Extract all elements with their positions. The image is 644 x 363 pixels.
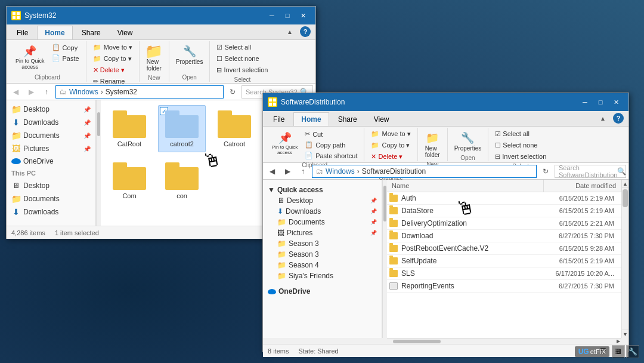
- nav-season3-a[interactable]: 📁 Season 3: [263, 238, 382, 249]
- help-button-2[interactable]: ?: [613, 113, 624, 124]
- list-item-reportingevents[interactable]: ReportingEvents 6/27/2015 7:30 PM: [387, 280, 621, 293]
- move-to-button[interactable]: 📁 Move to ▾: [90, 42, 135, 53]
- sidebar-item-documents[interactable]: 📁 Documents 📌: [7, 129, 95, 142]
- delete-button[interactable]: ✕ Delete ▾: [90, 65, 128, 75]
- list-item-datastore[interactable]: DataStore 6/15/2015 2:19 AM: [387, 205, 621, 217]
- new-folder-btn-2[interactable]: 📁 Newfolder: [422, 129, 443, 160]
- header-name[interactable]: Name: [387, 180, 544, 192]
- properties-icon-2: 🔧: [460, 131, 475, 145]
- refresh-button[interactable]: ↻: [226, 85, 239, 99]
- forward-button[interactable]: ▶: [24, 85, 38, 99]
- address-path[interactable]: 🗂 Windows › System32: [55, 85, 224, 99]
- folder-catroot-b-icon: [218, 109, 251, 138]
- pin-to-quick-access-button[interactable]: 📌 Pin to Quickaccess: [13, 42, 48, 73]
- nav-season3-b[interactable]: 📁 Season 3: [263, 249, 382, 260]
- invert-selection-button[interactable]: ⊟ Invert selection: [213, 65, 271, 75]
- new-folder-button[interactable]: 📁 Newfolder: [144, 42, 165, 73]
- nav-desktop[interactable]: 🖥 Desktop 📌: [263, 195, 382, 206]
- ribbon-collapse-btn-2[interactable]: ▲: [595, 110, 611, 126]
- copy-to-btn-2[interactable]: 📁 Copy to ▾: [368, 140, 413, 150]
- copy-to-button[interactable]: 📁 Copy to ▾: [90, 54, 135, 64]
- pin-icon-pics: 📌: [83, 146, 91, 152]
- maximize-button[interactable]: □: [280, 8, 295, 23]
- list-item-sls[interactable]: SLS 6/17/2015 10:20 A...: [387, 267, 621, 280]
- nav-siyas-label: Siya's Friends: [289, 272, 333, 280]
- paste-btn-2[interactable]: 📄 Paste shortcut: [302, 150, 360, 161]
- nav-siyas-friends[interactable]: 📁 Siya's Friends: [263, 270, 382, 281]
- sidebar-item-onedrive[interactable]: OneDrive: [7, 155, 95, 167]
- tab-share[interactable]: Share: [74, 26, 109, 39]
- sidebar-this-pc-documents[interactable]: 📁 Documents: [7, 192, 95, 205]
- sidebar-item-pictures[interactable]: 🖼 Pictures 📌: [7, 142, 95, 155]
- onedrive-header[interactable]: OneDrive: [263, 286, 382, 297]
- pin-access-btn-2[interactable]: 📌 Pin to Quickaccess: [269, 129, 301, 161]
- paste-button[interactable]: 📄 Paste: [49, 53, 82, 63]
- move-to-btn-2[interactable]: 📁 Move to ▾: [368, 129, 413, 139]
- nav-scrollbar[interactable]: [382, 180, 387, 338]
- close-button-2[interactable]: ✕: [608, 94, 624, 110]
- tab-home-2[interactable]: Home: [293, 112, 329, 126]
- folder-icon-pics: 🖼: [11, 144, 21, 153]
- back-button-2[interactable]: ◀: [265, 165, 278, 178]
- cut-btn-2[interactable]: ✂ Cut: [302, 129, 360, 139]
- address-path-2[interactable]: 🗂 Windows › SoftwareDistribution: [312, 165, 537, 178]
- select-label: Select: [234, 75, 251, 83]
- nav-pictures[interactable]: 🖼 Pictures 📌: [263, 227, 382, 238]
- nav-documents[interactable]: 📁 Documents 📌: [263, 217, 382, 227]
- list-item-selfupdate[interactable]: SelfUpdate 6/15/2015 2:19 AM: [387, 255, 621, 267]
- tab-view[interactable]: View: [110, 26, 141, 39]
- tab-file-2[interactable]: File: [265, 112, 292, 126]
- sidebar-this-pc-desktop[interactable]: 🖥 Desktop: [7, 179, 95, 192]
- select-none-btn-2[interactable]: ☐ Select none: [492, 140, 540, 150]
- help-button[interactable]: ?: [300, 26, 311, 37]
- up-button-2[interactable]: ↑: [296, 165, 309, 178]
- file-item-catroot[interactable]: CatRoot: [106, 105, 153, 152]
- horiz-scroll-end[interactable]: ▶: [615, 339, 621, 344]
- horiz-scrollbar[interactable]: ▶: [387, 338, 621, 344]
- forward-button-2[interactable]: ▶: [281, 165, 294, 178]
- tab-file[interactable]: File: [9, 26, 36, 39]
- file-item-catroot-b[interactable]: Catroot: [210, 105, 258, 152]
- sidebar-item-desktop[interactable]: 📁 Desktop 📌: [7, 103, 95, 116]
- quick-access-header[interactable]: ▼ Quick access: [263, 184, 382, 195]
- list-item-download[interactable]: Download 6/27/2015 7:30 PM: [387, 230, 621, 242]
- up-button[interactable]: ↑: [40, 85, 53, 99]
- file-item-con[interactable]: con: [158, 157, 206, 204]
- select-none-button[interactable]: ☐ Select none: [213, 54, 262, 64]
- rg-open-2: 🔧 Properties Open: [448, 128, 489, 161]
- file-scroll-up[interactable]: ▲: [622, 180, 628, 188]
- file-list-scrollbar[interactable]: ▲ ▼: [621, 180, 628, 338]
- file-scroll-down[interactable]: ▼: [622, 330, 628, 338]
- minimize-button-2[interactable]: ─: [577, 94, 593, 110]
- search-box-softwaredist[interactable]: Search SoftwareDistribution 🔍: [555, 165, 626, 178]
- ribbon-collapse-btn[interactable]: ▲: [282, 24, 298, 39]
- sidebar-scrollbar[interactable]: [96, 100, 101, 226]
- file-item-catroot2[interactable]: ✓ catroot2: [158, 105, 206, 152]
- invert-sel-btn-2[interactable]: ⊟ Invert selection: [492, 152, 549, 162]
- sidebar-this-pc-downloads[interactable]: ⬇ Downloads: [7, 205, 95, 219]
- nav-section-onedrive: OneDrive: [263, 284, 382, 299]
- nav-downloads[interactable]: ⬇ Downloads 📌: [263, 206, 382, 217]
- properties-btn-2[interactable]: 🔧 Properties: [451, 129, 485, 153]
- delete-btn-2[interactable]: ✕ Delete ▾: [368, 152, 405, 162]
- header-date[interactable]: Date modified: [544, 180, 621, 192]
- properties-button[interactable]: 🔧 Properties: [173, 42, 206, 73]
- tab-share-2[interactable]: Share: [330, 112, 365, 126]
- list-item-auth[interactable]: Auth 6/15/2015 2:19 AM: [387, 192, 621, 205]
- copy-btn-2[interactable]: 📋 Copy path: [302, 140, 360, 150]
- back-button[interactable]: ◀: [9, 85, 22, 99]
- copy-button[interactable]: 📋 Copy: [49, 42, 82, 53]
- select-all-button[interactable]: ☑ Select all: [213, 42, 254, 53]
- refresh-button-2[interactable]: ↻: [539, 165, 552, 178]
- tab-home[interactable]: Home: [37, 26, 72, 39]
- list-item-postreboot[interactable]: PostRebootEventCache.V2 6/15/2015 9:28 A…: [387, 242, 621, 255]
- tab-view-2[interactable]: View: [366, 112, 397, 126]
- minimize-button[interactable]: ─: [264, 8, 280, 23]
- select-all-btn-2[interactable]: ☑ Select all: [492, 129, 532, 139]
- nav-season4[interactable]: 📁 Season 4: [263, 260, 382, 270]
- close-button[interactable]: ✕: [295, 8, 311, 23]
- file-item-com[interactable]: Com: [106, 157, 153, 204]
- list-item-deliveryopt[interactable]: DeliveryOptimization 6/15/2015 2:21 AM: [387, 217, 621, 230]
- maximize-button-2[interactable]: □: [593, 94, 608, 110]
- sidebar-item-downloads[interactable]: ⬇ Downloads 📌: [7, 116, 95, 129]
